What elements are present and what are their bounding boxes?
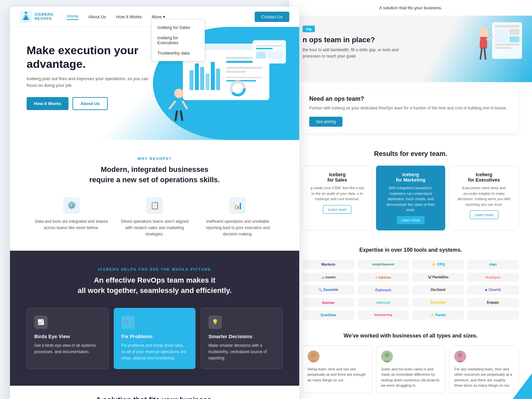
svg-rect-19 <box>226 77 263 78</box>
svg-rect-3 <box>25 12 27 13</box>
dropdown-trustworthy[interactable]: Trustworthy data <box>152 48 204 58</box>
learn-more-executives-button[interactable]: Learn more <box>470 210 498 219</box>
testimonial-text-3: For any marketing team, time and other r… <box>454 366 514 388</box>
nav-how[interactable]: How It Works <box>116 14 142 19</box>
ops-illustration <box>466 19 525 70</box>
about-us-button[interactable]: About Us <box>72 97 108 110</box>
silo-icon: 📋 <box>150 201 159 210</box>
dark-section: ICEBERG HELPS YOU SEE THE WHOLE PICTURE … <box>10 251 299 386</box>
svg-point-41 <box>479 28 488 37</box>
how-it-works-button[interactable]: How It Works <box>27 97 68 110</box>
svg-rect-42 <box>480 37 487 49</box>
tool-zoominfo: 🔍 Zoominfo <box>303 285 354 295</box>
feature-icon-wrap-1: ⚙️ <box>63 197 80 214</box>
ops-needed-title: n ops team in place? <box>303 36 409 44</box>
cards-grid: 📈 Birds Eye View Get a birds eye view of… <box>27 308 283 369</box>
main-page: ICEBERG REVOPS Home About Us How It Work… <box>10 7 299 399</box>
data-tools-icon: ⚙️ <box>67 201 76 210</box>
result-card-executives: Icebergfor Executives Executives need de… <box>449 166 519 230</box>
testimonials-row: Hiring team, time and oss see perpetuall… <box>303 345 519 393</box>
navbar: ICEBERG REVOPS Home About Us How It Work… <box>10 7 299 27</box>
svg-rect-12 <box>205 73 209 90</box>
svg-point-52 <box>458 353 463 357</box>
feature-text-2: Siloed operations teams aren't aligned w… <box>118 218 191 238</box>
tool-clari: clari <box>467 260 519 269</box>
testimonial-3: For any marketing team, time and other r… <box>449 345 519 393</box>
features-grid: ⚙️ Data and tools are integrated and sha… <box>27 197 283 238</box>
hero-buttons: How It Works About Us <box>27 97 153 110</box>
see-pricing-button[interactable]: See pricing <box>309 117 342 127</box>
svg-rect-14 <box>216 68 220 90</box>
dropdown-sales[interactable]: Iceberg for Sales <box>152 22 204 33</box>
result-card-sales: Icebergfor Sales g inside your CRM. feel… <box>303 166 372 230</box>
svg-rect-36 <box>495 29 508 42</box>
logo: ICEBERG REVOPS <box>20 11 54 23</box>
svg-rect-29 <box>175 98 183 111</box>
svg-rect-9 <box>190 70 194 90</box>
tool-salesloft: SalesLoft <box>357 298 409 307</box>
svg-rect-26 <box>256 52 266 59</box>
svg-line-46 <box>484 49 485 59</box>
tools-grid: Marketo InsightSquared ⚡ CPQ clari 📊 Dat… <box>303 260 519 320</box>
svg-point-48 <box>311 353 316 357</box>
learn-more-sales-button[interactable]: Learn more <box>323 205 351 214</box>
svg-line-45 <box>480 49 482 59</box>
testimonial-1: Hiring team, time and oss see perpetuall… <box>303 345 372 393</box>
svg-line-33 <box>181 111 182 120</box>
svg-rect-11 <box>200 67 204 90</box>
feature-icon-wrap-3: 📊 <box>229 197 246 214</box>
card-title-1: Birds Eye View <box>34 333 101 339</box>
tool-clearbit: ◈ Clearbit <box>467 285 519 295</box>
testimonial-2: Justin and his team came in and made an … <box>376 345 446 393</box>
svg-line-30 <box>170 102 175 108</box>
svg-rect-37 <box>509 29 519 35</box>
tool-docusign: DocuSign <box>412 298 464 307</box>
results-title: Results for every team. <box>303 150 519 158</box>
dropdown-menu: Iceberg for Sales Iceberg for Executives… <box>152 19 205 61</box>
smarter-decisions-icon: 💡 <box>212 319 218 325</box>
result-marketing-text: With integrated operations, marketers ca… <box>382 185 439 213</box>
tools-section: Expertise in over 100 tools and systems.… <box>289 240 532 326</box>
fix-problems-icon-wrap: 🔧 <box>121 316 135 329</box>
logo-text: ICEBERG REVOPS <box>35 12 54 21</box>
avatar-1 <box>308 350 320 362</box>
ops-svg <box>466 19 525 69</box>
businesses-title: We've worked with businesses of all type… <box>303 333 519 339</box>
dropdown-executives[interactable]: Iceberg for Executives <box>152 33 204 48</box>
svg-rect-24 <box>256 45 283 47</box>
result-executives-text: Executives need deep and accurate insigh… <box>456 185 512 207</box>
card-desc-3: Make smarter decisions with a trustworth… <box>208 342 275 362</box>
avatar-2 <box>381 350 393 362</box>
reporting-icon: 📊 <box>233 201 242 210</box>
ops-needed-text: the hour to add bandwidth, fill a skills… <box>303 47 409 60</box>
svg-point-50 <box>385 353 389 357</box>
tool-pardot: ⚡ Pardot <box>412 311 464 320</box>
svg-line-43 <box>487 37 493 40</box>
feature-icon-wrap-2: 📋 <box>146 197 163 214</box>
svg-rect-39 <box>495 44 519 46</box>
ops-box: Need an ops team? Partner with Iceberg a… <box>303 89 519 133</box>
tool-tableau: + tableau <box>357 273 409 282</box>
result-sales-text: g inside your CRM. feel like a trip to t… <box>309 185 366 202</box>
ops-needed-content: ing n ops team in place? the hour to add… <box>303 26 409 60</box>
ops-box-title: Need an ops team? <box>309 95 512 102</box>
contact-button[interactable]: Contact Us <box>255 12 289 22</box>
tool-6sense: 6sense <box>303 298 354 307</box>
nav-more[interactable]: More ▾ Iceberg for Sales Iceberg for Exe… <box>152 14 165 19</box>
card-desc-1: Get a birds eye view of all systems, pro… <box>34 342 101 355</box>
logo-icon <box>20 11 32 23</box>
hero-subtitle: Iceberg puts out fires and improves your… <box>27 75 153 89</box>
nav-about[interactable]: About Us <box>88 14 106 19</box>
smarter-decisions-icon-wrap: 💡 <box>208 316 222 329</box>
tool-discoverorg: DiscoverOrg <box>357 311 409 320</box>
feature-3: 📊 Inefficient operations and unreliable … <box>201 197 274 238</box>
tool-outreach: Outreach <box>357 285 409 295</box>
svg-line-44 <box>475 40 480 44</box>
fix-problems-icon: 🔧 <box>125 319 131 325</box>
tool-salesforce: ⚡ CPQ <box>412 260 464 269</box>
learn-more-marketing-button[interactable]: Learn more <box>397 216 425 224</box>
tool-pandadoc: 🐼 PandaDoc <box>412 273 464 282</box>
tool-marketo: Marketo <box>303 260 354 269</box>
result-marketing-title: Icebergfor Marketing <box>382 172 439 183</box>
nav-home[interactable]: Home <box>67 14 78 20</box>
